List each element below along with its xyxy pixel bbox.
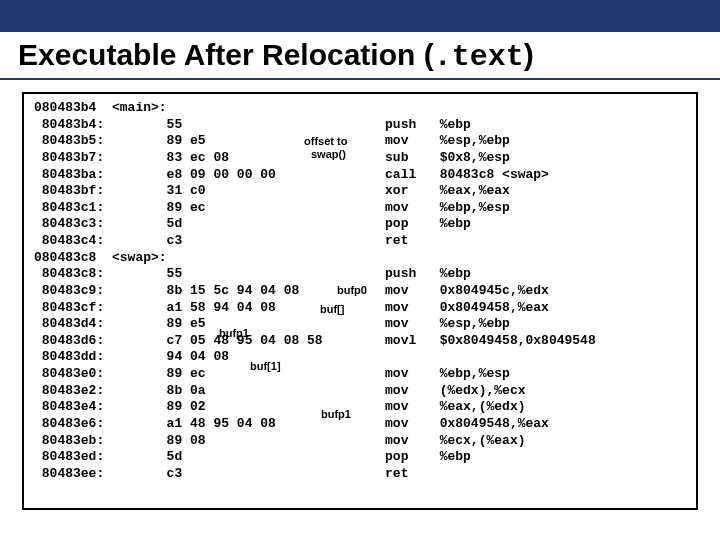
disasm-row: 80483d4: 89 e5 mov %esp,%ebp (34, 316, 686, 333)
top-blue-bar (0, 0, 720, 32)
disasm-row: 80483ed: 5d pop %ebp (34, 449, 686, 466)
slide-title: Executable After Relocation (.text) (0, 32, 720, 80)
disasm-row: 80483ba: e8 09 00 00 00 call 80483c8 <sw… (34, 167, 686, 184)
disassembly-box: offset to swap() bufp0 buf[] bufp1 buf[1… (22, 92, 698, 510)
disasm-row: 80483d6: c7 05 48 95 04 08 58 movl $0x80… (34, 333, 686, 350)
disasm-row: 80483c3: 5d pop %ebp (34, 216, 686, 233)
disasm-row: 80483cf: a1 58 94 04 08 mov 0x8049458,%e… (34, 300, 686, 317)
disasm-row: 80483dd: 94 04 08 (34, 349, 686, 366)
disasm-row: 80483e4: 89 02 mov %eax,(%edx) (34, 399, 686, 416)
disasm-row: 80483ee: c3 ret (34, 466, 686, 483)
disasm-row: 080483b4 <main>: (34, 100, 686, 117)
title-suffix: ) (524, 38, 534, 71)
disasm-row: 80483e2: 8b 0a mov (%edx),%ecx (34, 383, 686, 400)
disasm-row: 80483bf: 31 c0 xor %eax,%eax (34, 183, 686, 200)
disasm-row: 080483c8 <swap>: (34, 250, 686, 267)
title-mono: .text (434, 40, 524, 74)
disasm-row: 80483e0: 89 ec mov %ebp,%esp (34, 366, 686, 383)
disasm-row: 80483eb: 89 08 mov %ecx,(%eax) (34, 433, 686, 450)
disasm-row: 80483c9: 8b 15 5c 94 04 08 mov 0x804945c… (34, 283, 686, 300)
disasm-row: 80483b5: 89 e5 mov %esp,%ebp (34, 133, 686, 150)
title-prefix: Executable After Relocation ( (18, 38, 434, 71)
disasm-row: 80483b4: 55 push %ebp (34, 117, 686, 134)
disasm-row: 80483b7: 83 ec 08 sub $0x8,%esp (34, 150, 686, 167)
disasm-row: 80483c1: 89 ec mov %ebp,%esp (34, 200, 686, 217)
disasm-row: 80483c8: 55 push %ebp (34, 266, 686, 283)
disasm-row: 80483c4: c3 ret (34, 233, 686, 250)
disasm-row: 80483e6: a1 48 95 04 08 mov 0x8049548,%e… (34, 416, 686, 433)
